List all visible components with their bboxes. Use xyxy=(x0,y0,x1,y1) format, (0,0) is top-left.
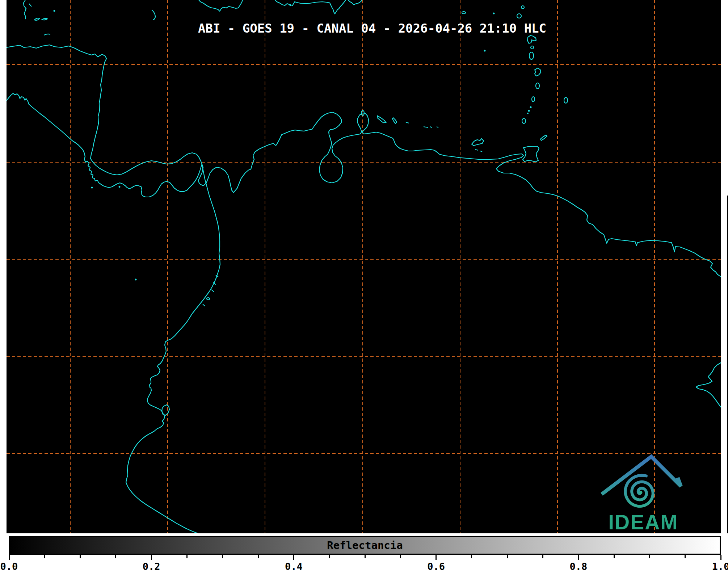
colorbar-minor-tick xyxy=(471,555,472,558)
colorbar-minor-tick xyxy=(542,555,543,558)
colorbar-axis: 0.00.20.40.60.81.0 xyxy=(9,555,721,571)
colorbar-minor-tick xyxy=(649,555,650,558)
colorbar-label: Reflectancia xyxy=(327,539,403,551)
colorbar-tick-label: 0.4 xyxy=(285,561,303,571)
figure: IDEAM ABI - GOES 19 - CANAL 04 - 2026-04… xyxy=(0,0,728,571)
satellite-map: IDEAM xyxy=(0,0,728,533)
colorbar-minor-tick xyxy=(186,555,188,558)
colorbar-major-tick xyxy=(578,555,579,560)
colorbar-minor-tick xyxy=(614,555,615,558)
colorbar-minor-tick xyxy=(44,555,45,558)
colorbar-minor-tick xyxy=(685,555,686,558)
logo-wordmark: IDEAM xyxy=(608,511,678,533)
colorbar-minor-tick xyxy=(400,555,401,558)
map-background xyxy=(7,0,721,533)
colorbar-tick-label: 1.0 xyxy=(712,561,728,571)
colorbar-minor-tick xyxy=(222,555,223,558)
colorbar-minor-tick xyxy=(115,555,116,558)
colorbar-major-tick xyxy=(151,555,152,560)
colorbar-major-tick xyxy=(9,555,10,560)
colorbar-tick-label: 0.8 xyxy=(569,561,587,571)
colorbar-major-tick xyxy=(435,555,437,560)
colorbar-minor-tick xyxy=(507,555,508,558)
colorbar-major-tick xyxy=(720,555,721,560)
colorbar-minor-tick xyxy=(80,555,81,558)
colorbar-major-tick xyxy=(293,555,294,560)
logo-spiral-eye xyxy=(639,491,643,494)
colorbar-minor-tick xyxy=(365,555,366,558)
map-title: ABI - GOES 19 - CANAL 04 - 2026-04-26 21… xyxy=(198,21,546,35)
reflectance-colorbar: Reflectancia xyxy=(9,536,721,555)
colorbar-minor-tick xyxy=(258,555,259,558)
colorbar-minor-tick xyxy=(329,555,330,558)
colorbar-tick-label: 0.2 xyxy=(143,561,160,571)
colorbar-tick-label: 0.6 xyxy=(427,561,445,571)
colorbar-tick-label: 0.0 xyxy=(0,561,18,571)
